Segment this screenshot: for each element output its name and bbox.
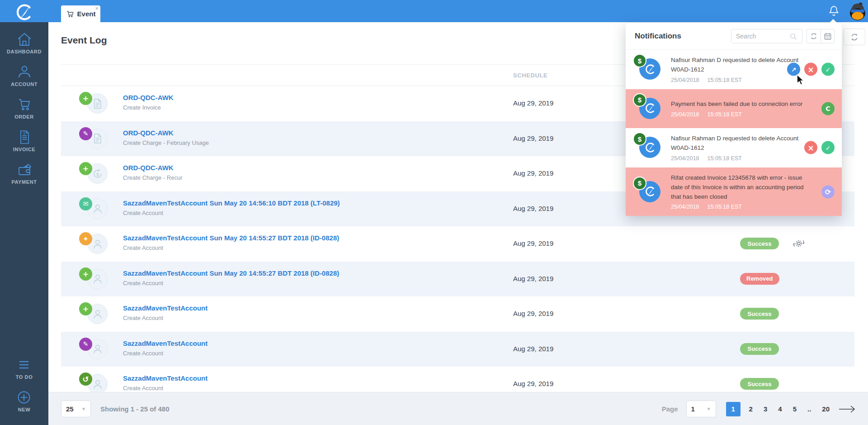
sidebar-item-label: NEW (18, 407, 30, 412)
table-row[interactable]: ✦ $ SazzadMavenTestAccount Sun May 20 14… (61, 226, 854, 262)
notifications-search (731, 29, 802, 43)
app-logo-icon[interactable] (14, 2, 34, 21)
sidebar-item-account[interactable]: ACCOUNT (7, 64, 42, 87)
person-icon (92, 343, 103, 355)
notification-time: 15:05:18 EST (708, 155, 742, 162)
page-number-select[interactable]: 1 ▼ (686, 401, 716, 417)
event-name-link[interactable]: SazzadMavenTestAccount (123, 374, 208, 382)
notifications-search-input[interactable] (736, 33, 789, 40)
open-action-icon[interactable]: ↗ (787, 63, 800, 76)
event-name-link[interactable]: ORD-QDC-AWK (123, 129, 174, 137)
top-bar: Event × (0, 0, 868, 22)
notifications-bell-icon[interactable] (828, 5, 840, 17)
dismiss-action-icon[interactable]: × (804, 141, 817, 154)
notification-actions: C (821, 102, 835, 115)
status-badge: Success (740, 343, 779, 355)
notifications-refresh-button[interactable] (807, 29, 821, 43)
page-number-20[interactable]: 20 (820, 405, 832, 413)
notification-timestamp: 25/04/2018 15:05:18 EST (671, 111, 835, 118)
notification-timestamp: 25/04/2018 15:05:18 EST (671, 204, 835, 210)
per-page-select[interactable]: 25 ▼ (61, 401, 91, 417)
notification-item[interactable]: $ Nafisur Rahman D requested to delete A… (626, 128, 842, 167)
event-name-link[interactable]: SazzadMavenTestAccount Sun May 20 14:55:… (123, 234, 339, 242)
event-name-link[interactable]: ORD-QDC-AWK (123, 164, 174, 172)
notification-text: Payment has been failed due to connectio… (671, 100, 807, 109)
notification-text: Nafisur Rahman D requested to delete Acc… (671, 134, 807, 153)
table-row[interactable]: + $ SazzadMavenTestAccount Sun May 20 14… (61, 262, 854, 297)
sidebar-item-payment[interactable]: PAYMENT (7, 162, 42, 185)
page-number-5[interactable]: 5 (791, 405, 799, 413)
sidebar-item-dashboard[interactable]: DASHBOARD (7, 32, 42, 54)
notification-item[interactable]: $ Rifat created Invoice 12345678 with er… (626, 167, 842, 216)
process-gear-icon[interactable] (792, 236, 806, 251)
event-description: Create Charge - Recur (123, 174, 183, 181)
schedule-date: Aug 29, 2019 (513, 380, 553, 387)
refresh-button[interactable] (844, 29, 865, 45)
notification-timestamp: 25/04/2018 15:05:18 EST (671, 155, 835, 162)
event-name-link[interactable]: ORD-QDC-AWK (123, 94, 174, 101)
next-page-arrow[interactable] (838, 405, 856, 414)
event-name-link[interactable]: SazzadMavenTestAccount (123, 339, 208, 347)
sidebar-item-order[interactable]: ORDER (7, 97, 42, 119)
schedule-date: Aug 29, 2019 (513, 275, 553, 282)
retry-action-icon[interactable]: C (821, 102, 835, 115)
sidebar-main-items: DASHBOARD ACCOUNT ORDER $ INVOICE PAYMEN… (7, 32, 42, 195)
sidebar-item-to-do[interactable]: TO DO (16, 357, 33, 380)
event-name-link[interactable]: SazzadMavenTestAccount (123, 304, 208, 312)
person-icon (92, 203, 103, 215)
person-icon (16, 64, 33, 80)
page-number-4[interactable]: 4 (776, 405, 784, 413)
sidebar-item-label: TO DO (16, 374, 33, 380)
notification-date: 25/04/2018 (671, 77, 699, 83)
sidebar-item-label: ACCOUNT (11, 81, 38, 87)
approve-action-icon[interactable]: ✓ (821, 141, 835, 154)
sidebar-item-label: ORDER (14, 114, 34, 119)
dismiss-action-icon[interactable]: × (804, 63, 817, 76)
schedule-date: Aug 29, 2019 (513, 345, 553, 353)
svg-text:$: $ (96, 171, 99, 177)
tab-event[interactable]: Event × (61, 5, 100, 22)
sidebar-item-invoice[interactable]: $ INVOICE (7, 129, 42, 152)
document-icon (93, 98, 103, 109)
user-avatar[interactable] (847, 1, 868, 21)
notifications-title: Notifications (635, 32, 731, 41)
table-row[interactable]: ✎ $ SazzadMavenTestAccount Create Accoun… (61, 332, 854, 367)
page-number-1[interactable]: 1 (726, 402, 741, 416)
notification-actions: ↗×✓ (787, 63, 835, 76)
notifications-toolbar (807, 29, 835, 43)
page-number-3[interactable]: 3 (761, 405, 769, 413)
refresh-action-icon[interactable]: ⟳ (821, 185, 835, 198)
sidebar-item-new[interactable]: NEW (16, 390, 33, 412)
page-number-2[interactable]: 2 (747, 405, 755, 413)
undo-badge-icon: ↺ (79, 372, 92, 386)
notification-time: 15:05:18 EST (708, 77, 742, 83)
tab-close-icon[interactable]: × (95, 5, 99, 12)
search-icon (789, 33, 797, 40)
notifications-list: $ Nafisur Rahman D requested to delete A… (626, 50, 842, 216)
event-description: Create Account (123, 244, 163, 251)
sidebar-item-label: INVOICE (13, 147, 35, 152)
sidebar-bottom-items: TO DO NEW (16, 357, 33, 422)
page-number-..[interactable]: .. (805, 405, 813, 413)
home-icon (16, 32, 33, 47)
cart-icon (16, 97, 33, 112)
page-select-value: 1 (691, 405, 695, 413)
notifications-calendar-button[interactable] (821, 29, 835, 43)
tab-event-label: Event (77, 10, 96, 18)
approve-action-icon[interactable]: ✓ (821, 63, 835, 76)
event-description: Create Account (123, 385, 163, 392)
event-name-link[interactable]: SazzadMavenTestAccount Sun May 20 14:56:… (123, 199, 340, 207)
notifications-panel: Notifications $ Nafisur Rahman D request… (626, 23, 842, 216)
event-description: Create Invoice (123, 104, 161, 111)
chevron-down-icon: ▼ (707, 406, 711, 411)
event-name-link[interactable]: SazzadMavenTestAccount Sun May 20 14:55:… (123, 269, 339, 277)
envelope-badge-icon: ✉ (79, 197, 92, 210)
status-badge: Success (740, 378, 779, 390)
dollar-badge-icon: $ (633, 93, 646, 107)
table-row[interactable]: + $ SazzadMavenTestAccount Create Accoun… (61, 296, 854, 332)
notification-date: 25/04/2018 (671, 155, 699, 162)
notification-item[interactable]: $ Nafisur Rahman D requested to delete A… (626, 50, 842, 89)
page-title: Event Log (61, 35, 107, 46)
notification-item[interactable]: $ Payment has been failed due to connect… (626, 89, 842, 128)
chevron-down-icon: ▼ (81, 406, 86, 411)
